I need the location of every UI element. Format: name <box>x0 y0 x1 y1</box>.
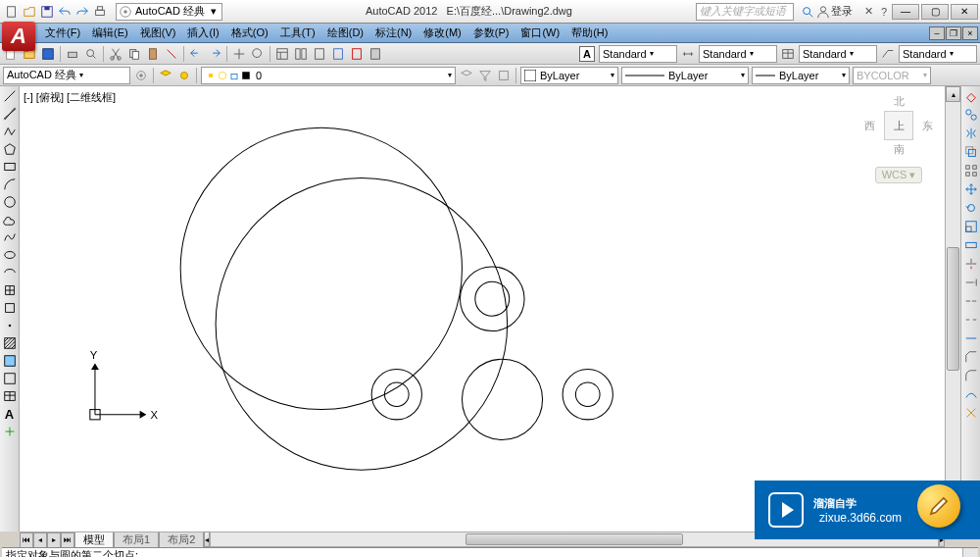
properties-icon[interactable] <box>273 45 291 63</box>
break-point-icon[interactable] <box>963 293 979 309</box>
arc-icon[interactable] <box>2 177 18 192</box>
workspace-selector[interactable]: AutoCAD 经典 ▾ <box>116 3 222 21</box>
close-button[interactable]: ✕ <box>951 4 978 20</box>
table-style-dropdown[interactable]: Standard▾ <box>799 45 877 63</box>
menu-param[interactable]: 参数(P) <box>467 25 515 40</box>
scale-icon[interactable] <box>963 219 979 234</box>
table-icon[interactable] <box>2 388 18 404</box>
layer-iso-icon[interactable] <box>495 67 513 84</box>
workspace-dropdown-2[interactable]: AutoCAD 经典▾ <box>3 67 130 84</box>
break-icon[interactable] <box>963 312 979 328</box>
match-icon[interactable] <box>163 45 180 63</box>
menu-modify[interactable]: 修改(M) <box>417 25 467 40</box>
linetype-dropdown[interactable]: ByLayer▾ <box>621 67 749 84</box>
menu-edit[interactable]: 编辑(E) <box>86 25 134 40</box>
mleader-icon[interactable] <box>879 45 897 63</box>
copy-icon[interactable] <box>125 45 143 63</box>
menu-window[interactable]: 窗口(W) <box>514 25 565 40</box>
offset-icon[interactable] <box>963 144 979 160</box>
rotate-icon[interactable] <box>963 200 979 216</box>
move-icon[interactable] <box>963 181 979 197</box>
xline-icon[interactable] <box>2 106 18 122</box>
dim-style-icon[interactable] <box>679 45 697 63</box>
open-icon[interactable] <box>22 4 37 20</box>
cut-icon[interactable] <box>107 45 124 63</box>
rectangle-icon[interactable] <box>2 159 18 175</box>
hatch-icon[interactable] <box>2 335 18 351</box>
preview-icon[interactable] <box>82 45 100 63</box>
login-button[interactable]: 登录 <box>831 4 853 19</box>
circle-icon[interactable] <box>2 194 18 210</box>
markup-icon[interactable] <box>348 45 366 63</box>
line-icon[interactable] <box>2 88 18 104</box>
ellipse-arc-icon[interactable] <box>2 265 18 280</box>
help-search-input[interactable]: 键入关键字或短语 <box>696 3 794 21</box>
chamfer-icon[interactable] <box>963 349 979 365</box>
layer-dropdown[interactable]: 0 ▾ <box>201 67 456 84</box>
text-style-dropdown[interactable]: Standard▾ <box>599 45 677 63</box>
menu-draw[interactable]: 绘图(D) <box>321 25 369 40</box>
menu-dim[interactable]: 标注(N) <box>369 25 417 40</box>
extend-icon[interactable] <box>963 275 979 290</box>
cmd-scrollbar[interactable] <box>962 548 978 557</box>
zoom-icon[interactable] <box>249 45 267 63</box>
sheet-icon[interactable] <box>329 45 347 63</box>
blend-icon[interactable] <box>963 386 979 402</box>
layer-filter-icon[interactable] <box>476 67 494 84</box>
doc-restore-button[interactable]: ❐ <box>946 26 961 40</box>
add-selected-icon[interactable] <box>2 424 18 439</box>
menu-view[interactable]: 视图(V) <box>134 25 182 40</box>
scroll-thumb-h[interactable] <box>466 533 684 545</box>
save-icon[interactable] <box>39 4 55 20</box>
undo-toolbar-icon[interactable] <box>187 45 205 63</box>
viewcube[interactable]: 北 西 上 东 南 WCS ▾ <box>864 94 933 182</box>
copy-obj-icon[interactable] <box>963 107 979 123</box>
new-icon[interactable] <box>4 4 20 20</box>
viewport-label[interactable]: [-] [俯视] [二维线框] <box>24 90 116 105</box>
help-icon[interactable]: ? <box>876 4 892 20</box>
tab-last-button[interactable]: ⏭ <box>61 532 74 548</box>
save-file-icon[interactable] <box>39 45 57 63</box>
fillet-icon[interactable] <box>963 368 979 383</box>
text-icon[interactable]: A <box>2 406 18 422</box>
tab-model[interactable]: 模型 <box>74 532 114 548</box>
tab-layout1[interactable]: 布局1 <box>114 532 159 548</box>
pan-icon[interactable] <box>230 45 248 63</box>
plotstyle-dropdown[interactable]: BYCOLOR▾ <box>853 67 931 84</box>
minimize-button[interactable]: — <box>892 4 919 20</box>
doc-close-button[interactable]: × <box>962 26 978 40</box>
ellipse-icon[interactable] <box>2 247 18 263</box>
scroll-thumb-v[interactable] <box>947 247 959 372</box>
wcs-badge[interactable]: WCS ▾ <box>875 167 923 183</box>
pline-icon[interactable] <box>2 124 18 139</box>
menu-help[interactable]: 帮助(H) <box>565 25 613 40</box>
paste-icon[interactable] <box>144 45 162 63</box>
print-icon[interactable] <box>92 4 108 20</box>
vertical-scrollbar[interactable]: ▴ ▾ <box>945 86 960 532</box>
point-icon[interactable] <box>2 318 18 333</box>
viewcube-top[interactable]: 上 <box>884 111 913 140</box>
mleader-style-dropdown[interactable]: Standard▾ <box>899 45 977 63</box>
lineweight-dropdown[interactable]: ByLayer▾ <box>752 67 850 84</box>
mirror-icon[interactable] <box>963 126 979 141</box>
join-icon[interactable] <box>963 330 979 346</box>
doc-minimize-button[interactable]: – <box>929 26 945 40</box>
polygon-icon[interactable] <box>2 141 18 157</box>
table-style-icon[interactable] <box>779 45 797 63</box>
redo-icon[interactable] <box>74 4 90 20</box>
print-toolbar-icon[interactable] <box>64 45 81 63</box>
design-center-icon[interactable] <box>292 45 310 63</box>
spline-icon[interactable] <box>2 229 18 245</box>
tab-prev-button[interactable]: ◂ <box>33 532 47 548</box>
gradient-icon[interactable] <box>2 353 18 369</box>
tool-palette-icon[interactable] <box>311 45 328 63</box>
menu-file[interactable]: 文件(F) <box>39 25 86 40</box>
app-menu-button[interactable]: A <box>2 22 35 51</box>
revcloud-icon[interactable] <box>2 212 18 228</box>
color-dropdown[interactable]: ByLayer▾ <box>520 67 618 84</box>
drawing-viewport[interactable]: [-] [俯视] [二维线框] X Y 北 西 上 东 <box>20 86 945 532</box>
array-icon[interactable] <box>963 163 979 178</box>
gear-icon[interactable] <box>132 67 150 84</box>
layer-prev-icon[interactable] <box>458 67 475 84</box>
layer-state-icon[interactable] <box>175 67 193 84</box>
